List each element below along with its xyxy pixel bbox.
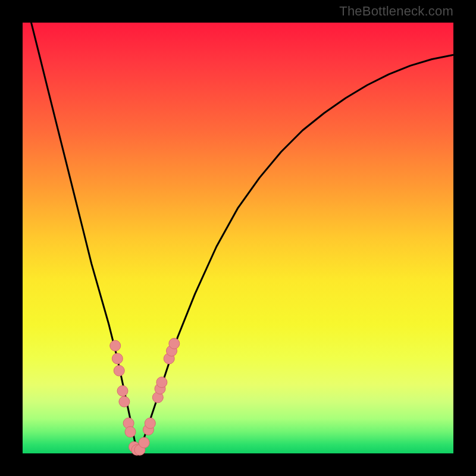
- plot-area: [23, 23, 453, 453]
- curve-marker: [156, 377, 167, 388]
- chart-svg: [23, 23, 453, 453]
- curve-marker: [125, 427, 136, 437]
- curve-marker: [114, 365, 124, 376]
- watermark-text: TheBottleneck.com: [339, 4, 453, 19]
- chart-frame: TheBottleneck.com: [0, 0, 476, 476]
- curve-marker: [169, 338, 180, 349]
- curve-marker: [117, 386, 128, 396]
- curve-marker: [119, 396, 130, 407]
- curve-markers: [110, 338, 180, 455]
- curve-marker: [112, 353, 123, 364]
- curve-marker: [145, 418, 155, 428]
- bottleneck-curve: [32, 23, 454, 451]
- curve-marker: [139, 437, 149, 448]
- curve-marker: [110, 340, 121, 351]
